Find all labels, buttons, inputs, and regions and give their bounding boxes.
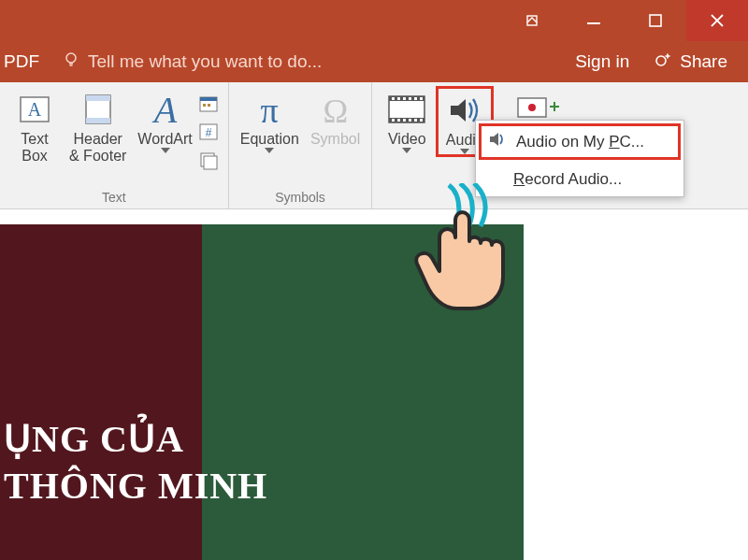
ribbon-group-text: A Text Box Header & Footer (0, 82, 229, 208)
svg-rect-14 (208, 104, 210, 107)
svg-rect-13 (203, 104, 206, 107)
svg-rect-27 (409, 97, 411, 100)
svg-text:A: A (151, 89, 177, 130)
maximize-button[interactable] (625, 0, 686, 41)
wordart-label: WordArt (137, 131, 192, 148)
svg-rect-33 (409, 119, 411, 122)
record-audio-label: Record Audio... (513, 170, 622, 189)
slide-title-text[interactable]: ỤNG CỦA THÔNG MINH (0, 416, 267, 510)
svg-rect-39 (554, 102, 555, 111)
chevron-down-icon (402, 148, 411, 153)
lightbulb-icon (62, 50, 80, 74)
symbol-button: Ω Symbol (305, 86, 366, 150)
share-label: Share (680, 51, 727, 72)
sign-in-link[interactable]: Sign in (564, 51, 640, 72)
svg-rect-8 (86, 95, 110, 101)
wordart-button[interactable]: A WordArt (132, 86, 197, 155)
svg-rect-2 (650, 15, 661, 26)
svg-rect-34 (414, 119, 417, 122)
header-footer-button[interactable]: Header & Footer (64, 86, 132, 167)
ribbon-display-options-icon[interactable] (501, 0, 563, 41)
symbol-icon: Ω (313, 88, 358, 131)
speaker-icon (488, 131, 507, 152)
group-label-symbols: Symbols (275, 190, 325, 207)
svg-text:π: π (261, 91, 279, 130)
share-button[interactable]: Share (640, 50, 741, 75)
slide-title-line2: THÔNG MINH (4, 463, 267, 510)
object-icon[interactable] (198, 150, 219, 174)
svg-rect-30 (392, 119, 395, 122)
video-button[interactable]: Video (378, 86, 436, 155)
slide-left-panel (0, 224, 202, 560)
chevron-down-icon (460, 149, 469, 154)
equation-label: Equation (240, 131, 299, 148)
svg-rect-35 (420, 119, 423, 122)
slide-number-icon[interactable]: # (198, 122, 219, 146)
text-box-label: Text Box (21, 131, 48, 165)
svg-rect-28 (414, 97, 417, 100)
svg-rect-24 (392, 97, 395, 100)
menubar: PDF Tell me what you want to do... Sign … (0, 41, 748, 82)
slide-title-line1: ỤNG CỦA (4, 416, 267, 463)
video-label: Video (388, 131, 426, 148)
svg-rect-32 (403, 119, 406, 122)
svg-rect-25 (397, 97, 400, 100)
audio-on-my-pc-item[interactable]: Audio on My PC... (479, 123, 681, 160)
svg-rect-1 (587, 22, 600, 24)
header-footer-label: Header & Footer (69, 131, 126, 165)
equation-button[interactable]: π Equation (235, 86, 305, 155)
ribbon-group-symbols: π Equation Ω Symbol Symbols (229, 82, 373, 208)
audio-on-my-pc-label: Audio on My PC... (516, 133, 644, 151)
symbol-label: Symbol (310, 131, 360, 148)
svg-text:Ω: Ω (323, 93, 348, 130)
svg-rect-9 (86, 118, 110, 123)
svg-text:A: A (28, 99, 42, 120)
titlebar (0, 0, 748, 41)
pointing-hand-annotation (404, 183, 516, 318)
header-footer-icon (79, 88, 118, 131)
tell-me-search[interactable]: Tell me what you want to do... (62, 50, 322, 74)
svg-rect-29 (420, 97, 423, 100)
group-label-text: Text (102, 190, 126, 207)
close-button[interactable] (686, 0, 748, 41)
equation-icon: π (247, 88, 292, 131)
chevron-down-icon (161, 148, 170, 153)
svg-rect-31 (397, 119, 400, 122)
text-box-button[interactable]: A Text Box (6, 86, 64, 167)
svg-point-4 (656, 56, 666, 65)
share-icon (654, 50, 674, 75)
svg-rect-12 (200, 97, 217, 101)
date-time-icon[interactable] (198, 93, 219, 118)
wordart-icon: A (143, 88, 188, 131)
video-icon (385, 88, 428, 131)
svg-point-3 (66, 53, 76, 63)
svg-rect-26 (403, 97, 406, 100)
svg-rect-18 (204, 156, 217, 169)
minimize-button[interactable] (563, 0, 625, 41)
svg-point-37 (528, 104, 536, 111)
text-box-icon: A (15, 88, 54, 131)
svg-text:#: # (205, 126, 211, 139)
chevron-down-icon (265, 148, 274, 153)
tell-me-placeholder: Tell me what you want to do... (88, 51, 322, 72)
tab-pdf[interactable]: PDF (0, 51, 39, 72)
slide-editor: ỤNG CỦA THÔNG MINH (0, 215, 748, 560)
